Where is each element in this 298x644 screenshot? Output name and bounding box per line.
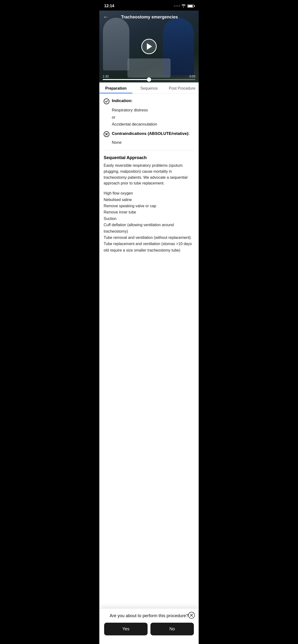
divider xyxy=(104,150,194,150)
modal-question: Are you about to perform this procedure? xyxy=(104,613,194,618)
battery-icon xyxy=(187,4,194,8)
step-4: Remove inner tube xyxy=(104,209,194,216)
tab-bar: Preparation Sequence Post Procedure xyxy=(99,82,199,94)
indication-detail-2: or xyxy=(104,114,194,120)
step-7: Tube removal and ventilation (without re… xyxy=(104,234,194,241)
signal-icon xyxy=(174,6,180,6)
modal-close-button[interactable] xyxy=(188,612,195,618)
no-button[interactable]: No xyxy=(151,623,194,636)
status-time: 12:14 xyxy=(104,4,114,8)
main-content: Preparation Sequence Post Procedure Indi… xyxy=(99,82,199,644)
back-button[interactable]: ← xyxy=(103,14,108,20)
tab-sequence[interactable]: Sequence xyxy=(132,82,166,94)
video-title: Tracheostomy emergencies xyxy=(111,14,188,20)
progress-fill xyxy=(103,79,149,80)
contraindication-row: Contraindications (ABSOLUTE/relative): xyxy=(104,131,194,138)
step-6: Cuff deflation (allowing ventilation aro… xyxy=(104,222,194,234)
contraindication-detail: None xyxy=(104,140,194,146)
tab-post-procedure[interactable]: Post Procedure xyxy=(166,82,199,94)
step-8: Tube replacement and ventilation (stomas… xyxy=(104,241,194,254)
video-header: ← Tracheostomy emergencies xyxy=(99,10,199,24)
indication-detail-3: Accidental decannulation xyxy=(104,121,194,128)
indication-title: Indication: xyxy=(112,98,132,103)
sequential-approach-title: Sequential Approach xyxy=(104,155,194,160)
total-time: 3:03 xyxy=(189,74,195,78)
step-2: Nebulised saline xyxy=(104,197,194,203)
step-list: High flow oxygen Nebulised saline Remove… xyxy=(104,190,194,254)
indication-detail-1: Respiratory distress xyxy=(104,107,194,113)
svg-point-0 xyxy=(104,99,109,104)
play-button[interactable] xyxy=(141,39,157,54)
progress-thumb[interactable] xyxy=(147,78,151,82)
video-player[interactable]: ← Tracheostomy emergencies 1:32 3:03 xyxy=(99,10,199,82)
play-icon xyxy=(147,43,152,50)
status-icons xyxy=(174,4,194,8)
tab-preparation[interactable]: Preparation xyxy=(99,82,132,94)
step-1: High flow oxygen xyxy=(104,190,194,196)
content-area: Indication: Respiratory distress or Acci… xyxy=(99,94,199,296)
video-controls: 1:32 3:03 xyxy=(99,72,199,82)
step-5: Suction xyxy=(104,216,194,222)
status-bar: 12:14 xyxy=(99,0,199,10)
yes-button[interactable]: Yes xyxy=(104,623,147,636)
wifi-icon xyxy=(181,4,186,8)
indication-row: Indication: xyxy=(104,98,194,106)
x-circle-icon xyxy=(104,131,109,138)
step-3: Remove speaking valve or cap xyxy=(104,203,194,209)
check-icon xyxy=(104,98,109,106)
contraindication-title: Contraindications (ABSOLUTE/relative): xyxy=(112,131,190,136)
sequential-approach-body: Easily reversible respiratory problems (… xyxy=(104,163,194,186)
modal-buttons: Yes No xyxy=(104,623,194,636)
procedure-modal: Are you about to perform this procedure?… xyxy=(99,608,199,644)
current-time: 1:32 xyxy=(103,74,109,78)
progress-bar[interactable] xyxy=(103,79,195,80)
